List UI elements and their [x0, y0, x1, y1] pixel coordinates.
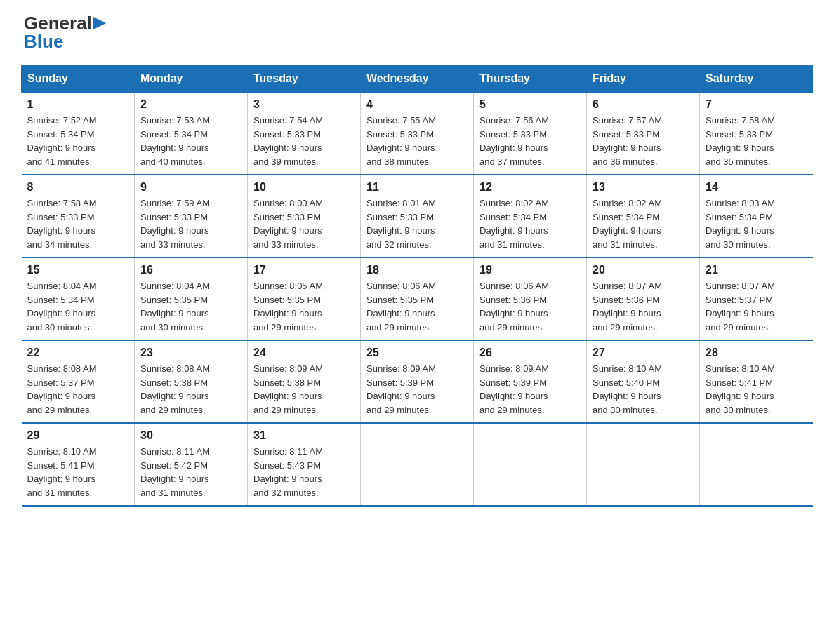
day-info: Sunrise: 7:58 AM Sunset: 5:33 PM Dayligh… [27, 196, 129, 251]
calendar-cell: 7 Sunrise: 7:58 AM Sunset: 5:33 PM Dayli… [700, 93, 813, 175]
calendar-cell [700, 423, 813, 506]
calendar-week-row: 22 Sunrise: 8:08 AM Sunset: 5:37 PM Dayl… [22, 340, 813, 423]
header-wednesday: Wednesday [361, 65, 474, 93]
calendar-cell: 10 Sunrise: 8:00 AM Sunset: 5:33 PM Dayl… [248, 175, 361, 257]
header-saturday: Saturday [700, 65, 813, 93]
logo: General Blue [21, 14, 107, 51]
day-number: 3 [253, 98, 355, 111]
day-info: Sunrise: 8:02 AM Sunset: 5:34 PM Dayligh… [479, 196, 581, 251]
day-info: Sunrise: 8:07 AM Sunset: 5:37 PM Dayligh… [706, 279, 807, 334]
day-number: 11 [366, 181, 468, 194]
calendar-cell: 9 Sunrise: 7:59 AM Sunset: 5:33 PM Dayli… [135, 175, 248, 257]
day-number: 8 [27, 181, 129, 194]
day-info: Sunrise: 8:11 AM Sunset: 5:43 PM Dayligh… [253, 445, 355, 499]
day-info: Sunrise: 7:54 AM Sunset: 5:33 PM Dayligh… [253, 114, 355, 168]
logo-arrow-icon [92, 15, 107, 31]
day-info: Sunrise: 8:04 AM Sunset: 5:35 PM Dayligh… [140, 279, 241, 334]
day-number: 4 [366, 98, 468, 111]
calendar-cell: 15 Sunrise: 8:04 AM Sunset: 5:34 PM Dayl… [22, 257, 135, 340]
day-number: 12 [479, 181, 581, 194]
calendar-cell: 11 Sunrise: 8:01 AM Sunset: 5:33 PM Dayl… [361, 175, 474, 257]
logo-blue-text: Blue [24, 32, 107, 51]
calendar-cell: 26 Sunrise: 8:09 AM Sunset: 5:39 PM Dayl… [474, 340, 587, 423]
day-info: Sunrise: 8:03 AM Sunset: 5:34 PM Dayligh… [706, 196, 807, 251]
day-number: 10 [253, 181, 355, 194]
calendar-cell: 27 Sunrise: 8:10 AM Sunset: 5:40 PM Dayl… [587, 340, 700, 423]
day-info: Sunrise: 7:57 AM Sunset: 5:33 PM Dayligh… [593, 114, 694, 168]
calendar-cell: 20 Sunrise: 8:07 AM Sunset: 5:36 PM Dayl… [587, 257, 700, 340]
calendar-cell: 4 Sunrise: 7:55 AM Sunset: 5:33 PM Dayli… [361, 93, 474, 175]
day-info: Sunrise: 8:07 AM Sunset: 5:36 PM Dayligh… [593, 279, 694, 334]
calendar-week-row: 15 Sunrise: 8:04 AM Sunset: 5:34 PM Dayl… [22, 257, 813, 340]
calendar-cell: 25 Sunrise: 8:09 AM Sunset: 5:39 PM Dayl… [361, 340, 474, 423]
day-number: 21 [706, 264, 807, 276]
day-number: 29 [27, 429, 129, 442]
day-info: Sunrise: 7:53 AM Sunset: 5:34 PM Dayligh… [140, 114, 241, 168]
day-number: 18 [366, 264, 468, 276]
header-friday: Friday [587, 65, 700, 93]
header-sunday: Sunday [22, 65, 135, 93]
header-monday: Monday [135, 65, 248, 93]
day-info: Sunrise: 8:06 AM Sunset: 5:35 PM Dayligh… [366, 279, 468, 334]
logo-general-text: General [24, 14, 107, 32]
calendar-cell: 18 Sunrise: 8:06 AM Sunset: 5:35 PM Dayl… [361, 257, 474, 340]
day-info: Sunrise: 8:06 AM Sunset: 5:36 PM Dayligh… [479, 279, 581, 334]
day-info: Sunrise: 8:00 AM Sunset: 5:33 PM Dayligh… [253, 196, 355, 251]
day-number: 22 [27, 347, 129, 359]
day-info: Sunrise: 7:59 AM Sunset: 5:33 PM Dayligh… [140, 196, 241, 251]
day-info: Sunrise: 8:08 AM Sunset: 5:37 PM Dayligh… [27, 362, 129, 417]
calendar-cell: 19 Sunrise: 8:06 AM Sunset: 5:36 PM Dayl… [474, 257, 587, 340]
calendar-cell: 3 Sunrise: 7:54 AM Sunset: 5:33 PM Dayli… [248, 93, 361, 175]
calendar-week-row: 8 Sunrise: 7:58 AM Sunset: 5:33 PM Dayli… [22, 175, 813, 257]
day-info: Sunrise: 8:10 AM Sunset: 5:41 PM Dayligh… [706, 362, 807, 417]
calendar-cell: 21 Sunrise: 8:07 AM Sunset: 5:37 PM Dayl… [700, 257, 813, 340]
calendar-cell: 24 Sunrise: 8:09 AM Sunset: 5:38 PM Dayl… [248, 340, 361, 423]
calendar-cell: 16 Sunrise: 8:04 AM Sunset: 5:35 PM Dayl… [135, 257, 248, 340]
day-info: Sunrise: 8:09 AM Sunset: 5:39 PM Dayligh… [366, 362, 468, 417]
calendar-cell: 29 Sunrise: 8:10 AM Sunset: 5:41 PM Dayl… [22, 423, 135, 506]
day-info: Sunrise: 7:52 AM Sunset: 5:34 PM Dayligh… [27, 114, 129, 168]
calendar-cell: 2 Sunrise: 7:53 AM Sunset: 5:34 PM Dayli… [135, 93, 248, 175]
day-number: 1 [27, 98, 129, 111]
day-info: Sunrise: 8:05 AM Sunset: 5:35 PM Dayligh… [253, 279, 355, 334]
header-tuesday: Tuesday [248, 65, 361, 93]
day-info: Sunrise: 8:10 AM Sunset: 5:41 PM Dayligh… [27, 445, 129, 499]
day-number: 25 [366, 347, 468, 359]
day-number: 30 [140, 429, 241, 442]
day-number: 2 [140, 98, 241, 111]
page-header: General Blue [21, 14, 813, 51]
day-number: 23 [140, 347, 241, 359]
day-number: 26 [479, 347, 581, 359]
day-info: Sunrise: 8:01 AM Sunset: 5:33 PM Dayligh… [366, 196, 468, 251]
calendar-cell: 14 Sunrise: 8:03 AM Sunset: 5:34 PM Dayl… [700, 175, 813, 257]
day-info: Sunrise: 8:11 AM Sunset: 5:42 PM Dayligh… [140, 445, 241, 499]
day-number: 13 [593, 181, 694, 194]
calendar-cell [361, 423, 474, 506]
calendar-cell: 5 Sunrise: 7:56 AM Sunset: 5:33 PM Dayli… [474, 93, 587, 175]
calendar-cell: 23 Sunrise: 8:08 AM Sunset: 5:38 PM Dayl… [135, 340, 248, 423]
day-info: Sunrise: 7:58 AM Sunset: 5:33 PM Dayligh… [706, 114, 807, 168]
calendar-cell: 1 Sunrise: 7:52 AM Sunset: 5:34 PM Dayli… [22, 93, 135, 175]
day-info: Sunrise: 8:09 AM Sunset: 5:38 PM Dayligh… [253, 362, 355, 417]
day-info: Sunrise: 8:02 AM Sunset: 5:34 PM Dayligh… [593, 196, 694, 251]
calendar-cell: 8 Sunrise: 7:58 AM Sunset: 5:33 PM Dayli… [22, 175, 135, 257]
day-number: 17 [253, 264, 355, 276]
day-number: 9 [140, 181, 241, 194]
day-number: 15 [27, 264, 129, 276]
calendar-cell: 17 Sunrise: 8:05 AM Sunset: 5:35 PM Dayl… [248, 257, 361, 340]
calendar-header-row: SundayMondayTuesdayWednesdayThursdayFrid… [22, 65, 813, 93]
day-number: 7 [706, 98, 807, 111]
day-info: Sunrise: 7:56 AM Sunset: 5:33 PM Dayligh… [479, 114, 581, 168]
day-info: Sunrise: 8:08 AM Sunset: 5:38 PM Dayligh… [140, 362, 241, 417]
header-thursday: Thursday [474, 65, 587, 93]
calendar-week-row: 29 Sunrise: 8:10 AM Sunset: 5:41 PM Dayl… [22, 423, 813, 506]
calendar-week-row: 1 Sunrise: 7:52 AM Sunset: 5:34 PM Dayli… [22, 93, 813, 175]
calendar-cell: 30 Sunrise: 8:11 AM Sunset: 5:42 PM Dayl… [135, 423, 248, 506]
calendar-cell: 28 Sunrise: 8:10 AM Sunset: 5:41 PM Dayl… [700, 340, 813, 423]
day-info: Sunrise: 7:55 AM Sunset: 5:33 PM Dayligh… [366, 114, 468, 168]
calendar-cell: 12 Sunrise: 8:02 AM Sunset: 5:34 PM Dayl… [474, 175, 587, 257]
day-number: 20 [593, 264, 694, 276]
calendar-cell [587, 423, 700, 506]
calendar-cell: 13 Sunrise: 8:02 AM Sunset: 5:34 PM Dayl… [587, 175, 700, 257]
day-number: 5 [479, 98, 581, 111]
